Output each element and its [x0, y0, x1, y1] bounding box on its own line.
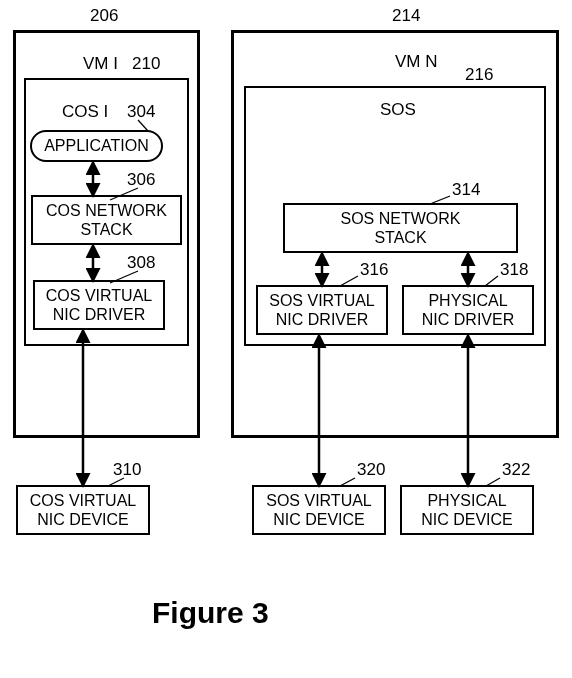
physical-dev-label: PHYSICAL [427, 491, 506, 510]
ref-316: 316 [360, 260, 388, 280]
application-box: APPLICATION [30, 130, 163, 162]
sos-network-stack: SOS NETWORK STACK [283, 203, 518, 253]
ref-306: 306 [127, 170, 155, 190]
cos1-title: COS I [62, 102, 108, 122]
ref-304: 304 [127, 102, 155, 122]
ref-216: 216 [465, 65, 493, 85]
ref-320: 320 [357, 460, 385, 480]
ref-308: 308 [127, 253, 155, 273]
sos-virtual-nic-device: SOS VIRTUAL NIC DEVICE [252, 485, 386, 535]
physical-nic-driver-label: NIC DRIVER [422, 310, 514, 329]
sos-network-label: SOS NETWORK [340, 209, 460, 228]
sos-virtual-dev-label: SOS VIRTUAL [266, 491, 372, 510]
physical-nic-driver: PHYSICAL NIC DRIVER [402, 285, 534, 335]
cos-virtual-nic-driver: COS VIRTUAL NIC DRIVER [33, 280, 165, 330]
cos-nic-device-label: NIC DEVICE [37, 510, 129, 529]
sos-nic-driver-label: NIC DRIVER [276, 310, 368, 329]
application-label: APPLICATION [44, 137, 149, 155]
ref-322: 322 [502, 460, 530, 480]
sos-nic-device-label: NIC DEVICE [273, 510, 365, 529]
sos-stack-label: STACK [374, 228, 426, 247]
physical-nic-device-label: NIC DEVICE [421, 510, 513, 529]
ref-314: 314 [452, 180, 480, 200]
cos-nic-driver-label: NIC DRIVER [53, 305, 145, 324]
physical-nic-device: PHYSICAL NIC DEVICE [400, 485, 534, 535]
vm1-title: VM I [83, 54, 118, 74]
sos-virtual-nic-driver: SOS VIRTUAL NIC DRIVER [256, 285, 388, 335]
vmN-title: VM N [395, 52, 438, 72]
ref-210: 210 [132, 54, 160, 74]
figure-title: Figure 3 [152, 596, 269, 630]
ref-206: 206 [90, 6, 118, 26]
cos-virtual-dev-label: COS VIRTUAL [30, 491, 136, 510]
cos-virtual-label: COS VIRTUAL [46, 286, 152, 305]
cos-network-label: COS NETWORK [46, 201, 167, 220]
ref-318: 318 [500, 260, 528, 280]
cos-virtual-nic-device: COS VIRTUAL NIC DEVICE [16, 485, 150, 535]
ref-214: 214 [392, 6, 420, 26]
cos-network-stack: COS NETWORK STACK [31, 195, 182, 245]
ref-310: 310 [113, 460, 141, 480]
cos-stack-label: STACK [80, 220, 132, 239]
sos-title: SOS [380, 100, 416, 120]
physical-drv-label: PHYSICAL [428, 291, 507, 310]
sos-virtual-drv-label: SOS VIRTUAL [269, 291, 375, 310]
